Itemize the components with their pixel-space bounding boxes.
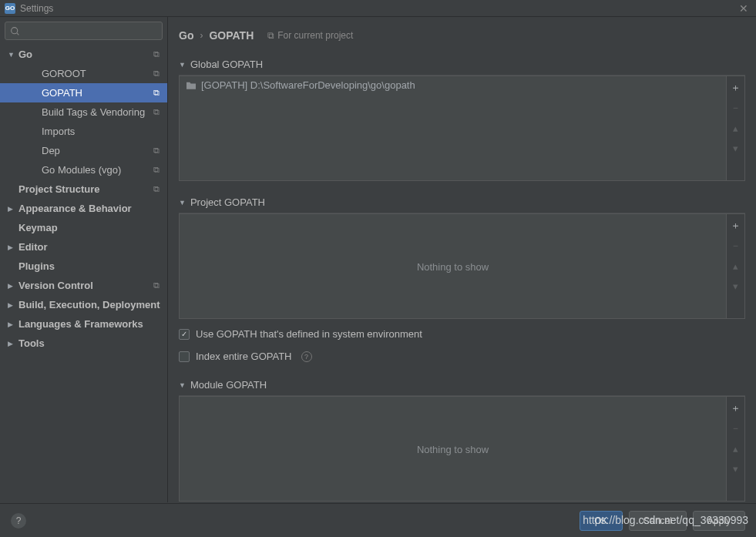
chevron-right-icon: ▶ <box>8 282 15 290</box>
tree-item-keymap[interactable]: Keymap <box>0 218 167 237</box>
tree-item-label: Appearance & Behavior <box>18 203 167 214</box>
module-list-controls: ＋ － ▴ ▾ <box>726 397 744 501</box>
empty-label: Nothing to show <box>417 443 489 455</box>
tree-item-label: Build, Execution, Deployment <box>18 299 167 310</box>
breadcrumb: Go › GOPATH ⧉ For current project <box>179 25 745 46</box>
tree-item-tools[interactable]: ▶Tools <box>0 334 167 353</box>
sidebar: ▼Go⧉GOROOT⧉GOPATH⧉Build Tags & Vendoring… <box>0 17 168 502</box>
breadcrumb-root[interactable]: Go <box>179 29 193 42</box>
copy-icon: ⧉ <box>153 165 160 175</box>
chevron-right-icon: ▶ <box>8 205 15 213</box>
project-gopath-box[interactable]: Nothing to show <box>180 214 726 318</box>
remove-button[interactable]: － <box>727 236 745 256</box>
search-icon <box>10 26 20 36</box>
breadcrumb-current: GOPATH <box>209 29 254 42</box>
tree-item-label: Version Control <box>18 280 153 291</box>
module-gopath-box[interactable]: Nothing to show <box>180 397 726 501</box>
tree-item-project-structure[interactable]: Project Structure⧉ <box>0 180 167 199</box>
tree-item-build-tags-vendoring[interactable]: Build Tags & Vendoring⧉ <box>0 102 167 122</box>
close-icon[interactable]: ✕ <box>736 2 751 15</box>
chevron-right-icon: ▶ <box>8 301 15 309</box>
project-scope-notice: ⧉ For current project <box>267 30 353 41</box>
project-list-controls: ＋ － ▴ ▾ <box>726 214 744 318</box>
chevron-down-icon: ▼ <box>179 381 186 389</box>
titlebar: GO Settings ✕ <box>0 0 756 17</box>
tree-item-editor[interactable]: ▶Editor <box>0 237 167 257</box>
chevron-down-icon: ▼ <box>179 199 186 206</box>
checkbox-index-entire-gopath[interactable]: Index entire GOPATH ? <box>179 349 745 364</box>
svg-line-1 <box>17 32 18 34</box>
chevron-down-icon: ▼ <box>179 61 186 69</box>
app-icon: GO <box>5 3 15 14</box>
remove-button[interactable]: － <box>727 418 745 438</box>
add-button[interactable]: ＋ <box>727 216 745 236</box>
chevron-right-icon: ▶ <box>8 243 15 251</box>
tree-item-imports[interactable]: Imports <box>0 122 167 141</box>
module-gopath-list: Nothing to show ＋ － ▴ ▾ <box>179 396 745 502</box>
footer: ? OK Cancel Apply <box>0 503 756 537</box>
copy-icon: ⧉ <box>153 146 160 156</box>
tree-item-version-control[interactable]: ▶Version Control⧉ <box>0 276 167 295</box>
svg-point-0 <box>12 27 18 33</box>
add-button[interactable]: ＋ <box>727 398 745 418</box>
tree-item-label: Imports <box>42 126 167 137</box>
tree-item-label: Tools <box>18 337 167 349</box>
tree-item-languages-frameworks[interactable]: ▶Languages & Frameworks <box>0 314 167 334</box>
global-gopath-box[interactable]: [GOPATH] D:\SoftwareForDeveloping\go\gop… <box>180 76 726 180</box>
breadcrumb-separator-icon: › <box>200 30 203 41</box>
tree-item-dep[interactable]: Dep⧉ <box>0 141 167 160</box>
copy-icon: ⧉ <box>153 49 160 59</box>
project-gopath-list: Nothing to show ＋ － ▴ ▾ <box>179 213 745 319</box>
move-down-button[interactable]: ▾ <box>727 276 745 296</box>
window-title: Settings <box>20 3 53 14</box>
move-down-button[interactable]: ▾ <box>727 138 745 158</box>
section-global-gopath[interactable]: ▼ Global GOPATH <box>179 54 745 76</box>
apply-button[interactable]: Apply <box>693 511 745 531</box>
add-button[interactable]: ＋ <box>727 78 745 98</box>
tree-item-label: Go <box>18 49 153 60</box>
remove-button[interactable]: － <box>727 98 745 118</box>
copy-icon: ⧉ <box>153 88 160 98</box>
section-module-gopath[interactable]: ▼ Module GOPATH <box>179 374 745 396</box>
tree-item-label: Project Structure <box>18 183 153 195</box>
move-up-button[interactable]: ▴ <box>727 438 745 458</box>
tree-item-go[interactable]: ▼Go⧉ <box>0 45 167 64</box>
move-up-button[interactable]: ▴ <box>727 118 745 138</box>
tree-item-label: Dep <box>42 145 153 156</box>
search-field[interactable] <box>23 25 157 36</box>
tree-item-label: Keymap <box>18 222 167 233</box>
tree-item-gopath[interactable]: GOPATH⧉ <box>0 83 167 102</box>
tree-item-goroot[interactable]: GOROOT⧉ <box>0 64 167 83</box>
tree-item-label: Plugins <box>18 260 167 272</box>
move-up-button[interactable]: ▴ <box>727 256 745 276</box>
tree-item-label: Languages & Frameworks <box>18 318 167 330</box>
list-item[interactable]: [GOPATH] D:\SoftwareForDeveloping\go\gop… <box>180 76 726 94</box>
cancel-button[interactable]: Cancel <box>629 511 687 531</box>
help-button[interactable]: ? <box>11 513 26 529</box>
search-input[interactable] <box>5 22 163 40</box>
move-down-button[interactable]: ▾ <box>727 458 745 478</box>
tree-item-appearance-behavior[interactable]: ▶Appearance & Behavior <box>0 199 167 218</box>
copy-icon: ⧉ <box>153 107 160 117</box>
settings-tree: ▼Go⧉GOROOT⧉GOPATH⧉Build Tags & Vendoring… <box>0 45 167 502</box>
tree-item-plugins[interactable]: Plugins <box>0 257 167 276</box>
help-icon[interactable]: ? <box>301 351 312 362</box>
tree-item-label: Editor <box>18 241 167 253</box>
global-list-controls: ＋ － ▴ ▾ <box>726 76 744 180</box>
chevron-right-icon: ▶ <box>8 321 15 328</box>
tree-item-label: Build Tags & Vendoring <box>42 106 153 118</box>
copy-icon: ⧉ <box>153 69 160 79</box>
tree-item-go-modules-vgo-[interactable]: Go Modules (vgo)⧉ <box>0 160 167 180</box>
copy-icon: ⧉ <box>153 280 160 290</box>
checkbox-use-system-gopath[interactable]: Use GOPATH that's defined in system envi… <box>179 327 745 341</box>
tree-item-label: Go Modules (vgo) <box>42 164 153 176</box>
tree-item-build-execution-deployment[interactable]: ▶Build, Execution, Deployment <box>0 295 167 314</box>
main-panel: Go › GOPATH ⧉ For current project ▼ Glob… <box>168 17 756 502</box>
checkbox-icon[interactable] <box>179 351 190 362</box>
chevron-right-icon: ▶ <box>8 340 15 347</box>
section-project-gopath[interactable]: ▼ Project GOPATH <box>179 192 745 213</box>
ok-button[interactable]: OK <box>580 511 622 531</box>
copy-icon: ⧉ <box>267 30 274 41</box>
checkbox-icon[interactable] <box>179 329 190 340</box>
empty-label: Nothing to show <box>417 260 489 272</box>
